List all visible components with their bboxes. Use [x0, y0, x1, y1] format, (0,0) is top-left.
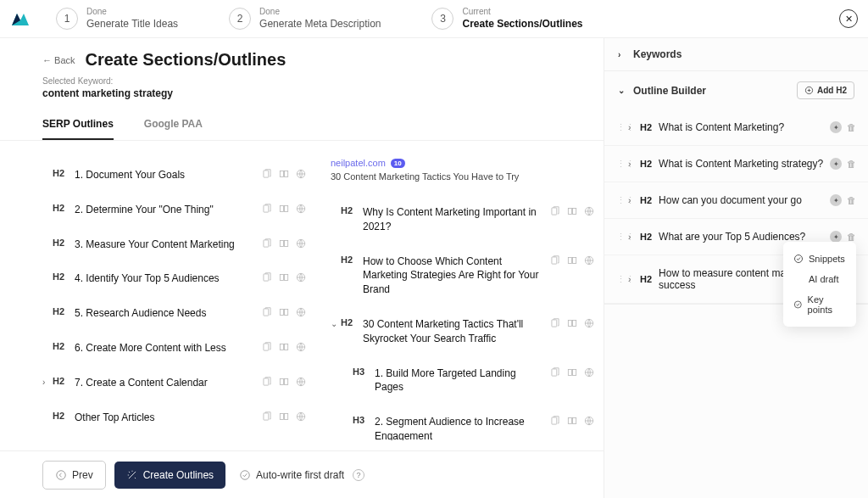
- copy-left-icon[interactable]: [261, 168, 273, 180]
- chevron-right-icon[interactable]: ›: [628, 159, 640, 169]
- svg-rect-29: [280, 413, 283, 419]
- delete-button[interactable]: 🗑: [847, 122, 856, 132]
- globe-icon[interactable]: [295, 411, 307, 422]
- outline-row[interactable]: H2How to Choose Which Content Marketing …: [331, 244, 595, 307]
- outline-row[interactable]: ⌄H230 Content Marketing Tactics That'll …: [331, 307, 595, 356]
- drag-handle-icon[interactable]: ⋮⋮: [616, 232, 628, 243]
- insert-icon[interactable]: [566, 415, 578, 427]
- globe-icon[interactable]: [295, 238, 307, 249]
- copy-left-icon[interactable]: [261, 238, 273, 249]
- globe-icon[interactable]: [295, 306, 307, 318]
- help-icon[interactable]: ?: [353, 469, 364, 481]
- delete-button[interactable]: 🗑: [847, 232, 856, 242]
- outline-row[interactable]: H24. Identify Your Top 5 Audiences: [42, 261, 307, 296]
- outline-builder-item[interactable]: ⋮⋮›H2What is Content Marketing?✦🗑: [604, 109, 868, 146]
- copy-left-icon[interactable]: [261, 203, 273, 215]
- svg-rect-20: [264, 344, 269, 350]
- create-outlines-button[interactable]: Create Outlines: [114, 462, 225, 489]
- globe-icon[interactable]: [583, 367, 595, 378]
- back-link[interactable]: ← Back: [42, 55, 75, 65]
- globe-icon[interactable]: [295, 168, 307, 180]
- outline-builder-header[interactable]: ⌄ Outline Builder Add H2: [604, 71, 868, 109]
- auto-write-label: Auto-write first draft: [256, 469, 344, 481]
- auto-write-toggle[interactable]: Auto-write first draft ?: [239, 469, 364, 481]
- copy-left-icon[interactable]: [549, 205, 561, 217]
- outline-row[interactable]: H2Other Top Articles: [42, 400, 307, 435]
- insert-icon[interactable]: [278, 376, 290, 388]
- prev-button[interactable]: Prev: [42, 461, 106, 490]
- heading-tag: H2: [341, 317, 363, 327]
- ai-menu-button[interactable]: ✦: [830, 231, 842, 243]
- outline-row[interactable]: H23. Measure Your Content Marketing: [42, 227, 307, 262]
- outline-row[interactable]: H2Why Is Content Marketing Important in …: [331, 195, 595, 244]
- key-points-option[interactable]: Key points: [783, 289, 856, 320]
- insert-icon[interactable]: [566, 367, 578, 378]
- drag-handle-icon[interactable]: ⋮⋮: [616, 274, 628, 285]
- copy-left-icon[interactable]: [261, 341, 273, 353]
- ai-draft-option[interactable]: AI draft: [783, 269, 856, 289]
- ai-menu-button[interactable]: ✦: [830, 158, 842, 170]
- copy-left-icon[interactable]: [261, 271, 273, 283]
- globe-icon[interactable]: [583, 205, 595, 217]
- ai-menu-button[interactable]: ✦: [830, 194, 842, 206]
- insert-icon[interactable]: [566, 255, 578, 266]
- close-button[interactable]: ✕: [839, 9, 858, 28]
- outline-row[interactable]: H31. Build More Targeted Landing Pages: [331, 356, 595, 406]
- insert-icon[interactable]: [278, 411, 290, 422]
- outline-row[interactable]: H21. Document Your Goals: [42, 158, 307, 193]
- copy-left-icon[interactable]: [261, 306, 273, 318]
- globe-icon[interactable]: [295, 376, 307, 388]
- outline-row[interactable]: H26. Create More Content with Less: [42, 331, 307, 366]
- snippets-option[interactable]: Snippets: [783, 249, 856, 269]
- chevron-right-icon[interactable]: ›: [628, 232, 640, 242]
- step-3[interactable]: 3 Current Create Sections/Outlines: [431, 7, 582, 31]
- globe-icon[interactable]: [583, 415, 595, 427]
- insert-icon[interactable]: [278, 271, 290, 283]
- copy-left-icon[interactable]: [549, 255, 561, 266]
- insert-icon[interactable]: [278, 341, 290, 353]
- ai-menu-button[interactable]: ✦: [830, 121, 842, 133]
- insert-icon[interactable]: [278, 238, 290, 249]
- add-h2-button[interactable]: Add H2: [797, 81, 854, 99]
- check-icon: [793, 254, 804, 264]
- globe-icon[interactable]: [295, 271, 307, 283]
- outline-row[interactable]: H22. Determine Your "One Thing": [42, 193, 307, 227]
- delete-button[interactable]: 🗑: [847, 159, 856, 169]
- step-2[interactable]: 2 Done Generate Meta Description: [229, 7, 381, 31]
- drag-handle-icon[interactable]: ⋮⋮: [616, 159, 628, 170]
- outline-builder-item[interactable]: ⋮⋮›H2What is Content Marketing strategy?…: [604, 146, 868, 182]
- chevron-icon[interactable]: ⌄: [331, 319, 341, 328]
- drag-handle-icon[interactable]: ⋮⋮: [616, 195, 628, 206]
- chevron-right-icon[interactable]: ›: [628, 123, 640, 132]
- tab-google-paa[interactable]: Google PAA: [144, 118, 203, 140]
- globe-icon[interactable]: [583, 317, 595, 329]
- copy-left-icon[interactable]: [261, 376, 273, 388]
- delete-button[interactable]: 🗑: [847, 195, 856, 205]
- chevron-right-icon[interactable]: ›: [628, 275, 640, 284]
- globe-icon[interactable]: [295, 341, 307, 353]
- insert-icon[interactable]: [278, 168, 290, 180]
- outline-row[interactable]: ›H27. Create a Content Calendar: [42, 366, 307, 400]
- outline-text: 2. Segment Audience to Increase Engageme…: [375, 415, 549, 440]
- drag-handle-icon[interactable]: ⋮⋮: [616, 122, 628, 133]
- globe-icon[interactable]: [583, 255, 595, 266]
- globe-icon[interactable]: [295, 203, 307, 215]
- copy-left-icon[interactable]: [261, 411, 273, 422]
- insert-icon[interactable]: [566, 205, 578, 217]
- outline-builder-item[interactable]: ⋮⋮›H2How can you document your go✦🗑: [604, 182, 868, 219]
- step-1[interactable]: 1 Done Generate Title Ideas: [56, 7, 178, 31]
- copy-left-icon[interactable]: [549, 415, 561, 427]
- keywords-section-header[interactable]: › Keywords: [604, 38, 868, 70]
- insert-icon[interactable]: [278, 203, 290, 215]
- copy-left-icon[interactable]: [549, 367, 561, 378]
- outline-row[interactable]: H32. Segment Audience to Increase Engage…: [331, 405, 595, 440]
- source-domain[interactable]: neilpatel.com: [331, 158, 386, 168]
- copy-left-icon[interactable]: [549, 317, 561, 329]
- chevron-icon[interactable]: ›: [42, 378, 53, 387]
- tab-serp-outlines[interactable]: SERP Outlines: [42, 118, 114, 140]
- insert-icon[interactable]: [566, 317, 578, 329]
- outline-row[interactable]: H25. Research Audience Needs: [42, 296, 307, 331]
- insert-icon[interactable]: [278, 306, 290, 318]
- chevron-right-icon[interactable]: ›: [628, 196, 640, 205]
- svg-rect-45: [568, 369, 571, 375]
